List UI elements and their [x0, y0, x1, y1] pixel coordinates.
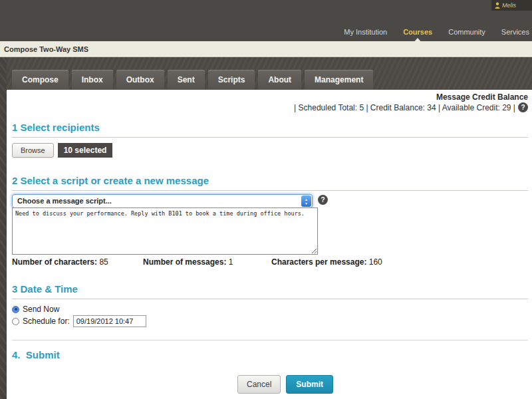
- messages-count: Number of messages: 1: [143, 257, 233, 267]
- page-left-edge: [0, 57, 7, 399]
- schedule-datetime-input[interactable]: [73, 315, 146, 327]
- top-header: Melis My Institution Courses Community S…: [0, 0, 532, 41]
- tab-compose[interactable]: Compose: [12, 70, 68, 90]
- credit-help-icon[interactable]: ?: [518, 102, 528, 112]
- tab-scripts[interactable]: Scripts: [208, 70, 255, 90]
- section-divider: [12, 340, 528, 340]
- nav-services[interactable]: Services: [501, 28, 529, 36]
- characters-per-message: Characters per message: 160: [271, 257, 382, 267]
- form-actions: Cancel Submit: [237, 375, 333, 394]
- compose-content: Message Credit Balance | Scheduled Total…: [7, 90, 532, 399]
- nav-courses[interactable]: Courses: [403, 28, 432, 36]
- section-3-heading: 3 Date & Time: [12, 283, 528, 299]
- nav-my-institution[interactable]: My Institution: [344, 28, 387, 36]
- credit-balance-summary: | Scheduled Total: 5 | Credit Balance: 3…: [294, 102, 528, 112]
- tab-band: Compose Inbox Outbox Sent Scripts About …: [0, 57, 532, 90]
- tab-about[interactable]: About: [258, 70, 301, 90]
- send-now-label: Send Now: [23, 305, 59, 314]
- script-select[interactable]: Choose a message script... ▲ ▼: [12, 194, 313, 208]
- top-nav: My Institution Courses Community Service…: [344, 28, 529, 36]
- script-select-value: Choose a message script...: [17, 195, 112, 207]
- recipients-row: Browse 10 selected: [12, 143, 112, 158]
- schedule-radio[interactable]: Schedule for:: [12, 315, 146, 327]
- account-box[interactable]: Melis: [491, 0, 532, 11]
- breadcrumb: Compose Two-Way SMS: [0, 45, 88, 53]
- selected-count-badge: 10 selected: [58, 143, 113, 158]
- credit-balance-title: Message Credit Balance: [436, 92, 528, 102]
- characters-count: Number of characters: 85: [12, 257, 108, 267]
- cancel-button[interactable]: Cancel: [237, 375, 281, 394]
- section-1-heading: 1 Select recipients: [12, 122, 528, 138]
- schedule-label: Schedule for:: [23, 317, 70, 326]
- select-stepper-icon: ▲ ▼: [301, 196, 311, 207]
- credit-balance-values: | Scheduled Total: 5 | Credit Balance: 3…: [294, 103, 515, 112]
- browse-button[interactable]: Browse: [12, 143, 54, 158]
- send-now-radio[interactable]: Send Now: [12, 305, 59, 314]
- script-help-icon[interactable]: ?: [318, 195, 328, 205]
- submit-button[interactable]: Submit: [286, 375, 333, 394]
- tab-sent[interactable]: Sent: [168, 70, 205, 90]
- chevron-down-icon: ▼: [305, 201, 308, 205]
- user-icon: [495, 2, 500, 9]
- radio-selected-icon: [12, 306, 19, 313]
- account-user-name: Melis: [502, 2, 516, 9]
- message-textarea[interactable]: Need to discuss your performance. Reply …: [12, 207, 318, 255]
- breadcrumb-bar: Compose Two-Way SMS: [0, 41, 532, 57]
- tab-outbox[interactable]: Outbox: [116, 70, 164, 90]
- radio-unselected-icon: [12, 318, 19, 325]
- nav-community[interactable]: Community: [448, 28, 485, 36]
- tab-management[interactable]: Management: [305, 70, 373, 90]
- tab-inbox[interactable]: Inbox: [72, 70, 113, 90]
- module-tabs: Compose Inbox Outbox Sent Scripts About …: [12, 70, 373, 90]
- section-4-heading: 4. Submit: [12, 349, 528, 364]
- section-2-heading: 2 Select a script or create a new messag…: [12, 175, 528, 191]
